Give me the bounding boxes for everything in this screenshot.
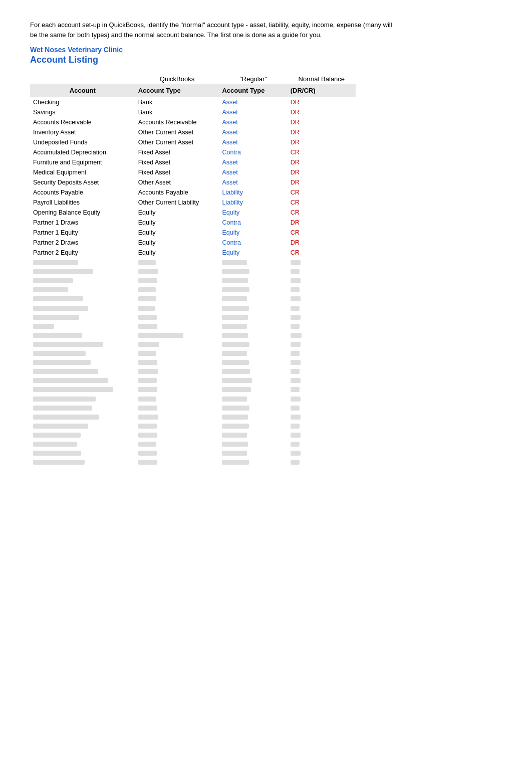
table-row-blurred bbox=[30, 285, 356, 294]
header-regular-label: "Regular" bbox=[219, 73, 287, 84]
table-row-blurred bbox=[30, 448, 356, 457]
table-row: Partner 1 DrawsEquityContraDR bbox=[30, 218, 356, 228]
table-row-blurred bbox=[30, 276, 356, 285]
table-row-blurred bbox=[30, 339, 356, 348]
cell-normal-balance: DR bbox=[288, 127, 356, 137]
cell-qb-type: Equity bbox=[135, 208, 219, 218]
cell-normal-balance: DR bbox=[288, 117, 356, 127]
cell-regular-type: Equity bbox=[219, 248, 287, 258]
cell-regular-type: Contra bbox=[219, 147, 287, 157]
cell-regular-type: Liability bbox=[219, 187, 287, 198]
table-row-blurred bbox=[30, 430, 356, 439]
table-row-blurred bbox=[30, 366, 356, 375]
header-normal-balance: (DR/CR) bbox=[288, 84, 356, 97]
cell-regular-type: Asset bbox=[219, 127, 287, 137]
table-row: Medical EquipmentFixed AssetAssetDR bbox=[30, 167, 356, 177]
cell-qb-type: Fixed Asset bbox=[135, 147, 219, 157]
table-row-blurred bbox=[30, 303, 356, 312]
cell-normal-balance: DR bbox=[288, 238, 356, 248]
table-row: Opening Balance EquityEquityEquityCR bbox=[30, 208, 356, 218]
cell-qb-type: Equity bbox=[135, 228, 219, 238]
header-account-spacer bbox=[30, 73, 135, 84]
cell-qb-type: Fixed Asset bbox=[135, 157, 219, 167]
cell-normal-balance: CR bbox=[288, 147, 356, 157]
cell-regular-type: Liability bbox=[219, 198, 287, 208]
cell-normal-balance: DR bbox=[288, 177, 356, 187]
table-row-blurred bbox=[30, 375, 356, 384]
cell-qb-type: Other Current Asset bbox=[135, 127, 219, 137]
cell-qb-type: Accounts Payable bbox=[135, 187, 219, 198]
cell-qb-type: Other Current Liability bbox=[135, 198, 219, 208]
cell-regular-type: Contra bbox=[219, 218, 287, 228]
table-row-blurred bbox=[30, 267, 356, 276]
cell-regular-type: Equity bbox=[219, 228, 287, 238]
cell-qb-type: Bank bbox=[135, 107, 219, 117]
table-header-row2: Account Account Type Account Type (DR/CR… bbox=[30, 84, 356, 97]
cell-account: Inventory Asset bbox=[30, 127, 135, 137]
cell-qb-type: Other Current Asset bbox=[135, 137, 219, 147]
cell-regular-type: Equity bbox=[219, 208, 287, 218]
cell-account: Undeposited Funds bbox=[30, 137, 135, 147]
cell-account: Opening Balance Equity bbox=[30, 208, 135, 218]
cell-qb-type: Equity bbox=[135, 238, 219, 248]
cell-account: Furniture and Equipment bbox=[30, 157, 135, 167]
cell-qb-type: Fixed Asset bbox=[135, 167, 219, 177]
cell-account: Partner 1 Equity bbox=[30, 228, 135, 238]
cell-regular-type: Contra bbox=[219, 238, 287, 248]
cell-normal-balance: DR bbox=[288, 97, 356, 108]
table-row: Undeposited FundsOther Current AssetAsse… bbox=[30, 137, 356, 147]
header-qb-type: Account Type bbox=[135, 84, 219, 97]
cell-account: Savings bbox=[30, 107, 135, 117]
cell-regular-type: Asset bbox=[219, 97, 287, 108]
table-row-blurred bbox=[30, 403, 356, 412]
table-row: Accounts ReceivableAccounts ReceivableAs… bbox=[30, 117, 356, 127]
cell-regular-type: Asset bbox=[219, 157, 287, 167]
cell-account: Payroll Liabilities bbox=[30, 198, 135, 208]
header-quickbooks-label: QuickBooks bbox=[135, 73, 219, 84]
header-regular-type: Account Type bbox=[219, 84, 287, 97]
cell-account: Medical Equipment bbox=[30, 167, 135, 177]
table-row: Security Deposits AssetOther AssetAssetD… bbox=[30, 177, 356, 187]
cell-account: Checking bbox=[30, 97, 135, 108]
cell-normal-balance: DR bbox=[288, 218, 356, 228]
cell-normal-balance: DR bbox=[288, 107, 356, 117]
table-row: CheckingBankAssetDR bbox=[30, 97, 356, 108]
table-row: Furniture and EquipmentFixed AssetAssetD… bbox=[30, 157, 356, 167]
table-row: Inventory AssetOther Current AssetAssetD… bbox=[30, 127, 356, 137]
cell-qb-type: Equity bbox=[135, 248, 219, 258]
table-row: Partner 2 EquityEquityEquityCR bbox=[30, 248, 356, 258]
cell-normal-balance: DR bbox=[288, 167, 356, 177]
table-row-blurred bbox=[30, 312, 356, 321]
table-row-blurred bbox=[30, 421, 356, 430]
table-row-blurred bbox=[30, 384, 356, 394]
table-row-blurred bbox=[30, 394, 356, 403]
cell-account: Partner 2 Draws bbox=[30, 238, 135, 248]
table-row: Partner 2 DrawsEquityContraDR bbox=[30, 238, 356, 248]
cell-qb-type: Other Asset bbox=[135, 177, 219, 187]
table-row-blurred bbox=[30, 258, 356, 267]
cell-normal-balance: CR bbox=[288, 248, 356, 258]
cell-account: Partner 1 Draws bbox=[30, 218, 135, 228]
table-row: Accumulated DepreciationFixed AssetContr… bbox=[30, 147, 356, 157]
account-listing-title: Account Listing bbox=[30, 55, 502, 65]
table-row-blurred bbox=[30, 457, 356, 466]
cell-normal-balance: DR bbox=[288, 137, 356, 147]
table-row-blurred bbox=[30, 439, 356, 448]
table-row-blurred bbox=[30, 357, 356, 366]
account-table: QuickBooks "Regular" Normal Balance Acco… bbox=[30, 73, 356, 466]
header-account: Account bbox=[30, 84, 135, 97]
cell-regular-type: Asset bbox=[219, 117, 287, 127]
cell-account: Accumulated Depreciation bbox=[30, 147, 135, 157]
intro-paragraph: For each account set-up in QuickBooks, i… bbox=[30, 20, 401, 40]
table-row-blurred bbox=[30, 321, 356, 330]
cell-account: Partner 2 Equity bbox=[30, 248, 135, 258]
cell-qb-type: Equity bbox=[135, 218, 219, 228]
table-body: CheckingBankAssetDRSavingsBankAssetDRAcc… bbox=[30, 97, 356, 467]
table-row: SavingsBankAssetDR bbox=[30, 107, 356, 117]
cell-normal-balance: CR bbox=[288, 228, 356, 238]
cell-account: Accounts Payable bbox=[30, 187, 135, 198]
cell-regular-type: Asset bbox=[219, 137, 287, 147]
table-row: Accounts PayableAccounts PayableLiabilit… bbox=[30, 187, 356, 198]
cell-account: Accounts Receivable bbox=[30, 117, 135, 127]
clinic-name: Wet Noses Veterinary Clinic bbox=[30, 46, 502, 54]
